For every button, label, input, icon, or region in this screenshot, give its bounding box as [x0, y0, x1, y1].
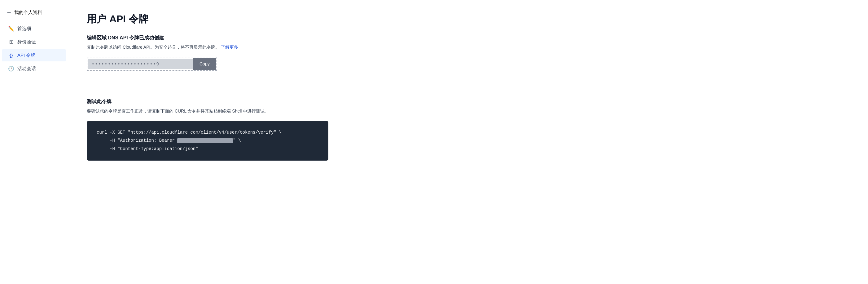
success-section: 编辑区域 DNS API 令牌已成功创建 复制此令牌以访问 Cloudflare… [87, 35, 329, 83]
test-section-description: 要确认您的令牌是否工作正常，请复制下面的 CURL 命令并将其粘贴到终端 She… [87, 108, 329, 114]
test-section-title: 测试此令牌 [87, 98, 329, 105]
back-arrow-icon: ← [6, 9, 12, 16]
sidebar-item-label: 首选项 [17, 26, 31, 32]
sidebar-item-auth[interactable]: ⚿ 身份验证 [2, 36, 66, 48]
token-redacted [177, 138, 233, 143]
main-content: 用户 API 令牌 编辑区域 DNS API 令牌已成功创建 复制此令牌以访问 … [68, 0, 347, 284]
back-button[interactable]: ← 我的个人资料 [0, 6, 68, 19]
key-icon: ⚿ [8, 40, 14, 44]
clock-icon: 🕐 [8, 66, 14, 72]
code-line-3: -H "Content-Type:application/json" [97, 145, 318, 153]
sidebar-item-label: 身份验证 [17, 39, 36, 45]
sidebar-item-label: 活动会话 [17, 66, 36, 72]
sidebar-item-preferences[interactable]: ✏️ 首选项 [2, 23, 66, 35]
code-block: curl -X GET "https://api.cloudflare.com/… [87, 121, 329, 161]
sidebar-item-label: API 令牌 [17, 52, 35, 58]
code-line-1: curl -X GET "https://api.cloudflare.com/… [97, 129, 318, 137]
page-title: 用户 API 令牌 [87, 12, 329, 26]
edit-icon: ✏️ [8, 26, 14, 32]
sidebar-item-api-tokens[interactable]: {} API 令牌 [2, 49, 66, 61]
copy-button[interactable]: Copy [193, 58, 216, 70]
learn-more-link[interactable]: 了解更多 [221, 45, 238, 50]
token-field-row: Copy [87, 57, 217, 71]
success-description: 复制此令牌以访问 Cloudflare API。为安全起见，将不再显示此令牌。 … [87, 44, 329, 51]
success-title: 编辑区域 DNS API 令牌已成功创建 [87, 35, 329, 41]
back-label: 我的个人资料 [14, 9, 42, 16]
curly-braces-icon: {} [8, 53, 14, 58]
token-input[interactable] [88, 59, 193, 69]
sidebar: ← 我的个人资料 ✏️ 首选项 ⚿ 身份验证 {} API 令牌 🕐 活动会话 [0, 0, 68, 284]
section-divider [87, 91, 329, 91]
code-line-2: -H "Authorization: Bearer " \ [97, 136, 318, 145]
test-section: 测试此令牌 要确认您的令牌是否工作正常，请复制下面的 CURL 命令并将其粘贴到… [87, 98, 329, 160]
sidebar-item-sessions[interactable]: 🕐 活动会话 [2, 63, 66, 75]
